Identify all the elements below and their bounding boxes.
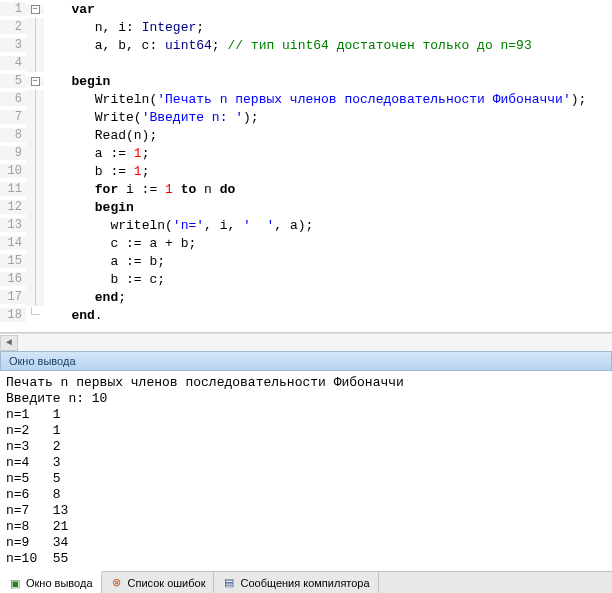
tab-output[interactable]: ▣ Окно вывода [0, 571, 102, 593]
code-line[interactable]: 4 [0, 54, 612, 72]
line-number: 2 [0, 20, 26, 34]
fold-gutter [26, 126, 44, 144]
code-line[interactable]: 9 a := 1; [0, 144, 612, 162]
line-number: 12 [0, 200, 26, 214]
fold-gutter [26, 216, 44, 234]
line-number: 4 [0, 56, 26, 70]
fold-gutter [26, 18, 44, 36]
fold-toggle-icon[interactable]: − [31, 77, 40, 86]
code-line[interactable]: 17 end; [0, 288, 612, 306]
code-line[interactable]: 6 Writeln('Печать n первых членов послед… [0, 90, 612, 108]
fold-gutter: − [26, 5, 44, 14]
line-number: 5 [0, 74, 26, 88]
fold-gutter [26, 108, 44, 126]
line-number: 6 [0, 92, 26, 106]
fold-gutter [26, 252, 44, 270]
line-number: 18 [0, 308, 26, 322]
code-text[interactable]: writeln('n=', i, ' ', a); [44, 218, 313, 233]
scroll-left-arrow[interactable]: ◄ [0, 335, 18, 351]
output-panel: Окно вывода Печать n первых членов после… [0, 351, 612, 571]
code-text[interactable]: begin [44, 74, 110, 89]
line-number: 9 [0, 146, 26, 160]
line-number: 13 [0, 218, 26, 232]
line-number: 3 [0, 38, 26, 52]
bottom-tabs: ▣ Окно вывода ⊗ Список ошибок ▤ Сообщени… [0, 571, 612, 593]
code-text[interactable]: Read(n); [44, 128, 157, 143]
line-number: 1 [0, 2, 26, 16]
code-text[interactable]: b := c; [44, 272, 165, 287]
line-number: 7 [0, 110, 26, 124]
fold-gutter [26, 180, 44, 198]
code-text[interactable]: Write('Введите n: '); [44, 110, 259, 125]
line-number: 11 [0, 182, 26, 196]
code-text[interactable]: c := a + b; [44, 236, 196, 251]
code-line[interactable]: 10 b := 1; [0, 162, 612, 180]
output-icon: ▣ [8, 576, 22, 590]
code-text[interactable]: a := 1; [44, 146, 149, 161]
code-line[interactable]: 2 n, i: Integer; [0, 18, 612, 36]
line-number: 10 [0, 164, 26, 178]
code-text[interactable]: end; [44, 290, 126, 305]
tab-errors-label: Список ошибок [128, 577, 206, 589]
line-number: 15 [0, 254, 26, 268]
code-text[interactable]: a := b; [44, 254, 165, 269]
tab-output-label: Окно вывода [26, 577, 93, 589]
fold-toggle-icon[interactable]: − [31, 5, 40, 14]
fold-gutter [26, 288, 44, 306]
fold-gutter [26, 270, 44, 288]
output-panel-title: Окно вывода [0, 351, 612, 371]
code-line[interactable]: 11 for i := 1 to n do [0, 180, 612, 198]
fold-gutter [26, 234, 44, 252]
code-line[interactable]: 16 b := c; [0, 270, 612, 288]
code-line[interactable]: 3 a, b, c: uint64; // тип uint64 достато… [0, 36, 612, 54]
code-editor[interactable]: 1− var2 n, i: Integer;3 a, b, c: uint64;… [0, 0, 612, 333]
tab-errors[interactable]: ⊗ Список ошибок [102, 572, 215, 593]
compiler-icon: ▤ [222, 576, 236, 590]
horizontal-scrollbar[interactable]: ◄ [0, 333, 612, 351]
errors-icon: ⊗ [110, 576, 124, 590]
code-line[interactable]: 7 Write('Введите n: '); [0, 108, 612, 126]
tab-compiler[interactable]: ▤ Сообщения компилятора [214, 572, 378, 593]
fold-gutter [26, 36, 44, 54]
line-number: 8 [0, 128, 26, 142]
code-text[interactable]: b := 1; [44, 164, 149, 179]
code-line[interactable]: 13 writeln('n=', i, ' ', a); [0, 216, 612, 234]
code-text[interactable]: begin [44, 200, 134, 215]
fold-gutter [26, 198, 44, 216]
fold-gutter [26, 144, 44, 162]
code-text[interactable]: var [44, 2, 95, 17]
code-line[interactable]: 14 c := a + b; [0, 234, 612, 252]
line-number: 17 [0, 290, 26, 304]
fold-gutter [26, 162, 44, 180]
fold-gutter [26, 54, 44, 72]
output-content[interactable]: Печать n первых членов последовательност… [0, 371, 612, 571]
code-text[interactable]: for i := 1 to n do [44, 182, 235, 197]
code-text[interactable]: n, i: Integer; [44, 20, 204, 35]
tab-compiler-label: Сообщения компилятора [240, 577, 369, 589]
fold-gutter [26, 90, 44, 108]
line-number: 14 [0, 236, 26, 250]
code-text[interactable]: end. [44, 308, 103, 323]
code-line[interactable]: 1− var [0, 0, 612, 18]
code-text[interactable]: Writeln('Печать n первых членов последов… [44, 92, 586, 107]
code-line[interactable]: 5− begin [0, 72, 612, 90]
code-line[interactable]: 15 a := b; [0, 252, 612, 270]
fold-gutter: − [26, 77, 44, 86]
code-line[interactable]: 12 begin [0, 198, 612, 216]
code-line[interactable]: 8 Read(n); [0, 126, 612, 144]
line-number: 16 [0, 272, 26, 286]
code-line[interactable]: 18 end. [0, 306, 612, 324]
code-text[interactable]: a, b, c: uint64; // тип uint64 достаточе… [44, 38, 532, 53]
